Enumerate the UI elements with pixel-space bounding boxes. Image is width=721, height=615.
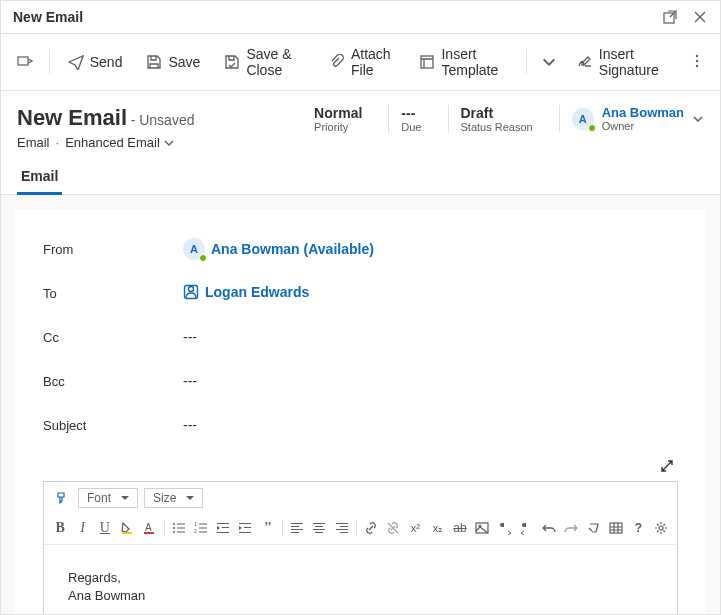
outdent-button[interactable]: [215, 518, 231, 538]
indent-button[interactable]: [237, 518, 253, 538]
svg-rect-26: [239, 532, 251, 533]
svg-rect-9: [144, 532, 154, 534]
svg-rect-32: [315, 526, 323, 527]
blockquote-button[interactable]: ”: [260, 518, 276, 538]
status-reason-label: Status Reason: [461, 121, 533, 133]
editor-body[interactable]: Regards, Ana Bowman: [44, 545, 677, 615]
from-avatar: A: [183, 238, 205, 260]
bullet-list-button[interactable]: [170, 518, 186, 538]
svg-rect-41: [610, 523, 622, 533]
save-button[interactable]: Save: [136, 48, 210, 76]
link-button[interactable]: [363, 518, 379, 538]
send-label: Send: [90, 54, 123, 70]
insert-signature-button[interactable]: Insert Signature: [567, 40, 678, 84]
task-flow-icon[interactable]: [9, 47, 41, 78]
numbered-list-button[interactable]: 12: [193, 518, 209, 538]
due-label: Due: [401, 121, 421, 133]
strikethrough-button[interactable]: ab: [452, 518, 468, 538]
to-lookup[interactable]: Logan Edwards: [183, 284, 309, 300]
align-right-button[interactable]: [333, 518, 349, 538]
format-painter-icon[interactable]: [52, 488, 72, 508]
highlight-button[interactable]: [119, 518, 135, 538]
image-button[interactable]: [474, 518, 490, 538]
insert-template-label: Insert Template: [441, 46, 508, 78]
attach-file-button[interactable]: Attach File: [319, 40, 406, 84]
svg-text:A: A: [145, 522, 152, 533]
font-selector[interactable]: Font: [78, 488, 138, 508]
settings-icon[interactable]: [653, 518, 669, 538]
rtl-button[interactable]: [519, 518, 535, 538]
save-label: Save: [168, 54, 200, 70]
due-value: ---: [401, 105, 421, 121]
svg-rect-24: [239, 523, 251, 524]
chevron-down-icon: [692, 113, 704, 125]
to-value: Logan Edwards: [205, 284, 309, 300]
size-selector[interactable]: Size: [144, 488, 203, 508]
presence-indicator: [588, 124, 596, 132]
svg-rect-13: [177, 524, 185, 525]
insert-template-button[interactable]: Insert Template: [409, 40, 518, 84]
svg-rect-37: [336, 529, 348, 530]
save-close-label: Save & Close: [246, 46, 305, 78]
status-reason-value: Draft: [461, 105, 533, 121]
svg-rect-22: [222, 527, 229, 528]
table-button[interactable]: [608, 518, 624, 538]
undo-button[interactable]: [541, 518, 557, 538]
svg-rect-1: [18, 57, 28, 65]
svg-point-3: [696, 54, 698, 56]
svg-rect-19: [199, 528, 207, 529]
form-selector[interactable]: Enhanced Email: [65, 135, 174, 150]
svg-rect-2: [421, 56, 433, 68]
clear-format-button[interactable]: [586, 518, 602, 538]
presence-indicator: [199, 254, 207, 262]
svg-rect-18: [199, 524, 207, 525]
cc-label: Cc: [43, 330, 183, 345]
priority-value: Normal: [314, 105, 362, 121]
from-lookup[interactable]: A Ana Bowman (Available): [183, 238, 374, 260]
save-close-button[interactable]: Save & Close: [214, 40, 315, 84]
svg-rect-25: [244, 527, 251, 528]
svg-text:2: 2: [194, 528, 197, 534]
subject-label: Subject: [43, 418, 183, 433]
align-left-button[interactable]: [289, 518, 305, 538]
send-button[interactable]: Send: [58, 48, 133, 76]
font-color-button[interactable]: A: [141, 518, 157, 538]
tab-email[interactable]: Email: [17, 160, 62, 194]
insert-template-dropdown[interactable]: [535, 48, 563, 76]
record-title: New Email: [17, 105, 127, 130]
subscript-button[interactable]: x₂: [429, 518, 445, 538]
owner-avatar-initial: A: [579, 113, 587, 125]
svg-rect-34: [315, 532, 323, 533]
svg-point-5: [696, 64, 698, 66]
popout-icon[interactable]: [662, 9, 678, 25]
toolbar-separator: [526, 50, 527, 74]
expand-editor-icon[interactable]: [43, 447, 678, 481]
subject-field[interactable]: ---: [183, 417, 678, 433]
superscript-button[interactable]: x²: [407, 518, 423, 538]
overflow-menu-icon[interactable]: [682, 48, 712, 77]
svg-rect-29: [291, 529, 303, 530]
to-label: To: [43, 286, 183, 301]
redo-button[interactable]: [563, 518, 579, 538]
svg-point-10: [173, 523, 175, 525]
svg-rect-20: [199, 532, 207, 533]
attach-file-label: Attach File: [351, 46, 396, 78]
help-icon[interactable]: ?: [630, 518, 646, 538]
bcc-field[interactable]: ---: [183, 373, 678, 389]
priority-label: Priority: [314, 121, 362, 133]
svg-rect-35: [336, 523, 348, 524]
unlink-button[interactable]: [385, 518, 401, 538]
ltr-button[interactable]: [496, 518, 512, 538]
italic-button[interactable]: I: [74, 518, 90, 538]
underline-button[interactable]: U: [97, 518, 113, 538]
bold-button[interactable]: B: [52, 518, 68, 538]
owner-avatar: A: [572, 108, 594, 130]
cc-field[interactable]: ---: [183, 329, 678, 345]
close-icon[interactable]: [692, 9, 708, 25]
owner-lookup[interactable]: A Ana Bowman Owner: [559, 105, 704, 132]
align-center-button[interactable]: [311, 518, 327, 538]
record-state: - Unsaved: [131, 112, 195, 128]
svg-rect-27: [291, 523, 303, 524]
svg-point-12: [173, 531, 175, 533]
from-label: From: [43, 242, 183, 257]
